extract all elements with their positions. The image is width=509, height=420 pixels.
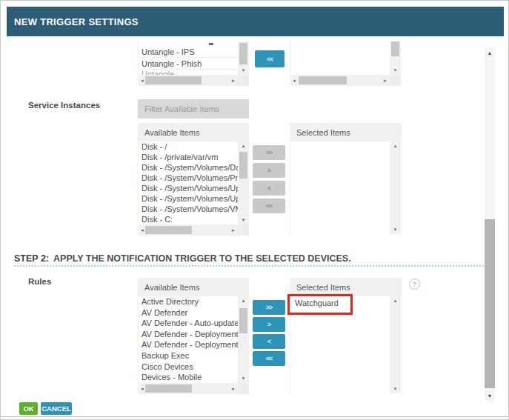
top-available-list[interactable]: Untangle - IPSUntangle - Phish Untangle …	[138, 41, 238, 75]
list-item[interactable]: Backup Exec	[139, 350, 238, 361]
si-move-left-button[interactable]: <	[253, 181, 285, 196]
scrollbar-corner	[390, 75, 401, 86]
top-selected-vscrollbar[interactable]: ▼	[390, 41, 401, 75]
scrollbar-thumb[interactable]	[391, 41, 399, 56]
si-move-right-button[interactable]: >	[253, 163, 285, 178]
partial-list-item-top	[139, 41, 238, 46]
scrollbar-thumb[interactable]	[299, 76, 347, 84]
annotation-highlight-box	[287, 294, 353, 315]
scrollbar-corner	[238, 224, 249, 236]
list-item[interactable]: AV Defender	[139, 307, 238, 319]
list-item[interactable]: Disk - /	[139, 141, 238, 152]
si-selected-vscrollbar[interactable]: ▲ ▼	[390, 141, 401, 234]
top-selected-list[interactable]	[290, 41, 390, 75]
scroll-left-icon[interactable]: ◄	[290, 75, 299, 86]
si-move-all-left-button[interactable]: <<	[253, 199, 285, 213]
scroll-down-icon[interactable]: ▼	[390, 384, 401, 393]
si-selected-items-header: Selected Items	[290, 123, 402, 141]
dialog-title-bar: NEW TRIGGER SETTINGS	[7, 7, 504, 36]
rules-available-hscrollbar[interactable]: ◄ ►	[138, 383, 238, 394]
list-item[interactable]: Devices - Mobile	[139, 372, 238, 383]
list-item[interactable]: Disk - /private/var/vm	[139, 152, 238, 162]
scroll-up-icon[interactable]: ▲	[390, 141, 401, 150]
scrollbar-thumb[interactable]	[239, 152, 247, 179]
scroll-right-icon[interactable]: ►	[229, 383, 238, 394]
top-available-rows: Untangle - IPSUntangle - Phish	[139, 46, 238, 70]
list-item[interactable]: Untangle - IPS	[139, 46, 238, 58]
list-item[interactable]: Disk - /System/Volumes/Preboot	[139, 173, 238, 183]
help-icon[interactable]: ?	[409, 279, 420, 290]
list-item[interactable]: Untangle - Phish	[139, 58, 238, 70]
scroll-down-icon[interactable]: ▼	[485, 390, 495, 401]
list-item[interactable]: Cisco Devices	[139, 361, 238, 373]
top-available-hscrollbar[interactable]: ◄ ►	[138, 75, 238, 86]
si-available-items-header: Available Items	[138, 123, 249, 141]
si-selected-list[interactable]	[290, 141, 390, 234]
filter-placeholder: Filter Available Items	[144, 104, 219, 113]
rules-available-list[interactable]: Active DirectoryAV DefenderAV Defender -…	[138, 296, 238, 383]
rules-move-all-right-button[interactable]: >>	[253, 300, 285, 315]
scroll-up-icon[interactable]: ▲	[238, 141, 249, 150]
scrollbar-thumb[interactable]	[145, 384, 192, 393]
scrollbar-thumb[interactable]	[239, 308, 247, 333]
scrollbar-thumb[interactable]	[239, 43, 247, 64]
scroll-right-icon[interactable]: ►	[381, 75, 390, 86]
scroll-down-icon[interactable]: ▼	[238, 216, 249, 224]
scroll-down-icon[interactable]: ▼	[390, 66, 401, 75]
list-item[interactable]: Active Directory	[139, 296, 238, 307]
list-item[interactable]: AV Defender - Deployment to Se	[139, 329, 238, 340]
cancel-button[interactable]: CANCEL	[41, 402, 72, 415]
rules-available-rows: Active DirectoryAV DefenderAV Defender -…	[139, 296, 238, 383]
rules-move-all-left-button[interactable]: <<	[253, 351, 285, 366]
si-available-hscrollbar[interactable]: ◄ ►	[138, 224, 238, 236]
top-move-all-left-button[interactable]: <<	[255, 50, 285, 67]
step2-divider	[14, 265, 484, 267]
si-available-rows: Disk - /Disk - /private/var/vmDisk - /Sy…	[139, 141, 238, 224]
scroll-down-icon[interactable]: ▼	[238, 66, 249, 75]
scroll-down-icon[interactable]: ▼	[238, 374, 249, 383]
scrollbar-thumb[interactable]	[485, 219, 495, 388]
scroll-up-icon[interactable]: ▲	[238, 296, 249, 305]
scrollbar-thumb[interactable]	[145, 226, 192, 234]
partial-list-item-bottom: Untangle -	[139, 70, 238, 75]
filter-available-items-input[interactable]: Filter Available Items	[138, 99, 249, 119]
rules-move-right-button[interactable]: >	[253, 317, 285, 332]
list-item[interactable]: AV Defender - Auto-update confi	[139, 318, 238, 329]
scroll-right-icon[interactable]: ►	[229, 75, 238, 86]
scroll-right-icon[interactable]: ►	[229, 224, 238, 236]
scroll-down-icon[interactable]: ▼	[390, 225, 401, 234]
si-available-list[interactable]: Disk - /Disk - /private/var/vmDisk - /Sy…	[138, 141, 238, 224]
step2-heading: STEP 2:APPLY THE NOTIFICATION TRIGGER TO…	[14, 253, 351, 264]
top-selected-hscrollbar[interactable]: ◄ ►	[290, 75, 390, 86]
rules-available-items-header: Available Items	[138, 278, 249, 296]
rules-label: Rules	[28, 277, 51, 286]
rules-available-vscrollbar[interactable]: ▲ ▼	[238, 296, 249, 383]
main-vertical-scrollbar[interactable]: ▲ ▼	[485, 47, 495, 401]
list-item[interactable]: Disk - C:	[139, 214, 238, 224]
si-available-vscrollbar[interactable]: ▲ ▼	[238, 141, 249, 224]
rules-selected-vscrollbar[interactable]: ▲ ▼	[390, 296, 401, 393]
si-move-all-right-button[interactable]: >>	[253, 145, 285, 160]
new-trigger-settings-dialog: NEW TRIGGER SETTINGS Untangle - IPSUntan…	[0, 0, 509, 420]
list-item[interactable]: AV Defender - Deployment to Wo	[139, 339, 238, 350]
list-item[interactable]: Disk - /System/Volumes/Update/	[139, 193, 238, 204]
step2-prefix: STEP 2:	[14, 253, 49, 264]
service-instances-label: Service Instances	[28, 101, 100, 110]
scrollbar-corner	[238, 75, 249, 86]
list-item[interactable]: Disk - /System/Volumes/Data	[139, 162, 238, 173]
list-item[interactable]: Disk - /System/Volumes/VM	[139, 204, 238, 214]
footer-divider	[1, 416, 508, 417]
top-available-vscrollbar[interactable]: ▼	[238, 41, 249, 75]
scroll-up-icon[interactable]: ▲	[485, 47, 495, 58]
step2-text: APPLY THE NOTIFICATION TRIGGER TO THE SE…	[53, 253, 351, 264]
scrollbar-corner	[238, 383, 249, 394]
scrollbar-thumb[interactable]	[145, 76, 202, 84]
dialog-title: NEW TRIGGER SETTINGS	[7, 16, 139, 27]
scroll-up-icon[interactable]: ▲	[390, 296, 401, 305]
rules-move-left-button[interactable]: <	[253, 334, 285, 349]
list-item[interactable]: Disk - /System/Volumes/Update	[139, 183, 238, 193]
ok-button[interactable]: OK	[19, 402, 38, 415]
